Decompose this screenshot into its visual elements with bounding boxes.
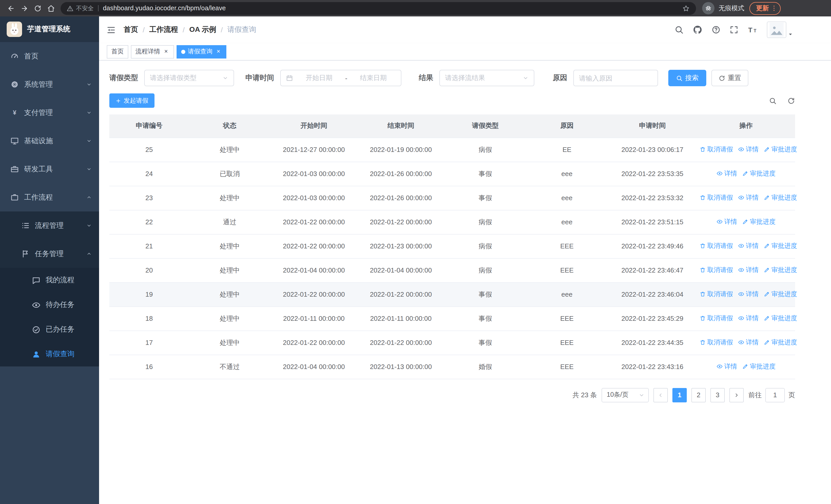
- header-search-icon[interactable]: [675, 25, 684, 34]
- browser-home-button[interactable]: [44, 2, 57, 15]
- sidebar: 芋道管理系统 首页系统管理¥支付管理基础设施研发工具工作流程流程管理任务管理我的…: [0, 17, 99, 504]
- table-cell: 病假: [445, 234, 526, 258]
- sidebar-item-payment[interactable]: ¥支付管理: [0, 98, 99, 127]
- help-icon[interactable]: [711, 25, 721, 34]
- cancel-leave-link[interactable]: 取消请假: [699, 290, 733, 299]
- approval-progress-link[interactable]: 审批进度: [764, 242, 797, 250]
- approval-progress-link[interactable]: 审批进度: [764, 194, 797, 202]
- close-tab-icon[interactable]: ×: [215, 48, 222, 55]
- browser-update-button[interactable]: 更新: [749, 2, 781, 14]
- refresh-table-icon[interactable]: [787, 97, 795, 105]
- detail-link[interactable]: 详情: [738, 242, 758, 250]
- next-page-button[interactable]: [729, 388, 744, 402]
- reset-button[interactable]: 重置: [711, 70, 748, 86]
- warning-icon: [67, 5, 74, 11]
- app-logo[interactable]: 芋道管理系统: [0, 17, 99, 42]
- approval-progress-link[interactable]: 审批进度: [764, 290, 797, 299]
- font-size-icon[interactable]: TT: [747, 24, 758, 35]
- tab-首页[interactable]: 首页: [107, 45, 128, 58]
- goto-page-input[interactable]: [765, 388, 785, 402]
- suitcase-icon: [10, 193, 19, 202]
- prev-page-button[interactable]: [653, 388, 668, 402]
- chevron-right-icon: [734, 392, 740, 398]
- browser-refresh-button[interactable]: [31, 2, 44, 15]
- submenu-workflow: 流程管理任务管理我的流程待办任务已办任务请假查询: [0, 211, 99, 366]
- table-row: 21处理中2022-01-22 00:00:002022-01-23 00:00…: [109, 234, 795, 258]
- table-cell: 17: [109, 330, 189, 355]
- user-menu[interactable]: [767, 22, 793, 38]
- reason-input[interactable]: [573, 70, 658, 86]
- sidebar-item-todo-tasks[interactable]: 待办任务: [0, 293, 99, 317]
- sidebar-item-done-tasks[interactable]: 已办任务: [0, 317, 99, 342]
- detail-link[interactable]: 详情: [717, 169, 737, 178]
- table-actions-cell: 取消请假详情审批进度: [697, 306, 795, 330]
- page-size-select[interactable]: 10条/页: [602, 388, 649, 402]
- page-button-2[interactable]: 2: [691, 388, 706, 402]
- approval-progress-link[interactable]: 审批进度: [742, 362, 776, 371]
- table-cell: 处理中: [189, 258, 270, 282]
- sidebar-item-leave-query[interactable]: 请假查询: [0, 342, 99, 366]
- breadcrumb-separator: /: [183, 26, 185, 34]
- fullscreen-icon[interactable]: [729, 25, 739, 34]
- close-tab-icon[interactable]: ×: [163, 48, 169, 55]
- sidebar-item-system[interactable]: 系统管理: [0, 70, 99, 98]
- table-cell: 2022-01-22 23:51:15: [608, 210, 697, 234]
- flag-icon: [21, 249, 30, 258]
- breadcrumb-item[interactable]: OA 示例: [190, 25, 216, 34]
- sidebar-item-home[interactable]: 首页: [0, 42, 99, 70]
- approval-progress-link[interactable]: 审批进度: [742, 169, 776, 178]
- table-cell: 2022-01-11 00:00:00: [357, 306, 445, 330]
- browser-menu-icon[interactable]: [770, 5, 778, 12]
- cancel-leave-link[interactable]: 取消请假: [699, 314, 733, 323]
- sidebar-item-label: 系统管理: [24, 80, 53, 89]
- approval-progress-link[interactable]: 审批进度: [764, 266, 797, 274]
- sidebar-item-workflow[interactable]: 工作流程: [0, 183, 99, 211]
- sidebar-item-process-mgmt[interactable]: 流程管理: [0, 211, 99, 240]
- security-status[interactable]: 不安全: [67, 4, 94, 12]
- breadcrumb-item[interactable]: 首页: [124, 25, 138, 34]
- sidebar-item-infra[interactable]: 基础设施: [0, 127, 99, 155]
- sidebar-item-task-mgmt[interactable]: 任务管理: [0, 240, 99, 268]
- result-select[interactable]: 请选择流结果: [439, 70, 534, 86]
- cancel-leave-link[interactable]: 取消请假: [699, 194, 733, 202]
- cancel-leave-link[interactable]: 取消请假: [699, 266, 733, 274]
- approval-progress-link[interactable]: 审批进度: [764, 145, 797, 154]
- bookmark-star-icon[interactable]: [682, 4, 690, 12]
- approval-progress-link[interactable]: 审批进度: [764, 314, 797, 323]
- detail-link[interactable]: 详情: [738, 145, 758, 154]
- breadcrumb-item[interactable]: 工作流程: [149, 25, 178, 34]
- filter-result: 结果 请选择流结果: [419, 70, 534, 86]
- tab-流程详情[interactable]: 流程详情×: [131, 45, 174, 58]
- detail-link[interactable]: 详情: [717, 217, 737, 226]
- sidebar-item-devtools[interactable]: 研发工具: [0, 155, 99, 183]
- page-button-3[interactable]: 3: [710, 388, 725, 402]
- sidebar-item-my-process[interactable]: 我的流程: [0, 268, 99, 293]
- refresh-icon: [34, 4, 41, 12]
- tab-请假查询[interactable]: 请假查询×: [177, 45, 226, 58]
- detail-link[interactable]: 详情: [738, 314, 758, 323]
- detail-link[interactable]: 详情: [738, 266, 758, 274]
- toggle-search-icon[interactable]: [769, 97, 777, 105]
- leave-type-select[interactable]: 请选择请假类型: [144, 70, 234, 86]
- eye-icon: [717, 364, 723, 370]
- apply-time-range-picker[interactable]: 开始日期 - 结束日期: [280, 70, 401, 86]
- browser-forward-button[interactable]: [18, 2, 31, 15]
- approval-progress-link[interactable]: 审批进度: [742, 217, 776, 226]
- approval-progress-link[interactable]: 审批进度: [764, 338, 797, 347]
- cancel-leave-link[interactable]: 取消请假: [699, 145, 733, 154]
- page-button-1[interactable]: 1: [672, 388, 687, 402]
- detail-link[interactable]: 详情: [738, 290, 758, 299]
- search-button[interactable]: 搜索: [668, 70, 706, 86]
- detail-link[interactable]: 详情: [717, 362, 737, 371]
- browser-back-button[interactable]: [4, 2, 18, 15]
- github-icon[interactable]: [692, 25, 703, 35]
- detail-link[interactable]: 详情: [738, 194, 758, 202]
- sidebar-collapse-icon[interactable]: [106, 25, 116, 35]
- cancel-leave-link[interactable]: 取消请假: [699, 242, 733, 250]
- forward-icon: [20, 4, 28, 12]
- create-leave-button[interactable]: 发起请假: [109, 93, 154, 108]
- table-cell: 22: [109, 210, 189, 234]
- address-bar[interactable]: 不安全 dashboard.yudao.iocoder.cn/bpm/oa/le…: [61, 2, 696, 14]
- detail-link[interactable]: 详情: [738, 338, 758, 347]
- cancel-leave-link[interactable]: 取消请假: [699, 338, 733, 347]
